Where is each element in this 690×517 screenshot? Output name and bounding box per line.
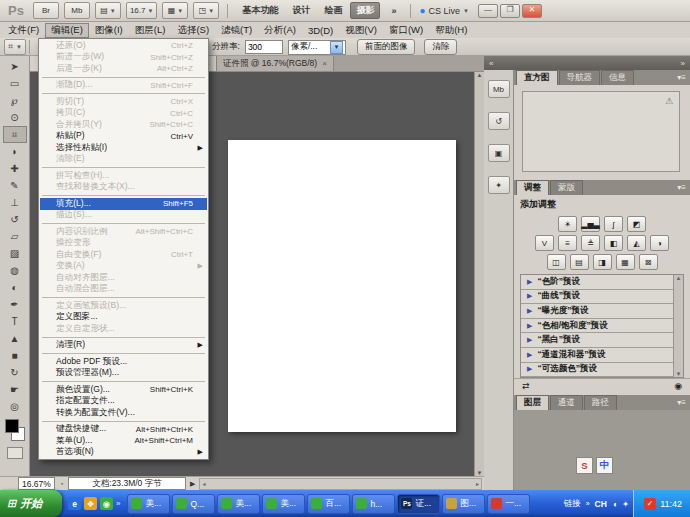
edit-menu-item[interactable]: 查找和替换文本(X)... (40, 182, 207, 194)
resolution-unit-select[interactable]: 像素/... ▼ (288, 40, 346, 55)
hue-saturation-icon[interactable]: ≡ (558, 235, 577, 251)
invert-icon[interactable]: ◫ (547, 254, 566, 270)
ie-icon[interactable]: e (68, 497, 81, 510)
expand-triangle-icon[interactable]: ▶ (527, 336, 532, 344)
edit-menu-item[interactable]: 剪切(T)Ctrl+X (40, 96, 207, 108)
marquee-tool[interactable]: ▭ (3, 75, 27, 92)
eraser-tool[interactable]: ▱ (3, 228, 27, 245)
panel-tab[interactable]: 调整 (516, 180, 549, 195)
edit-menu-item[interactable]: 首选项(N)▶ (40, 447, 207, 459)
expand-triangle-icon[interactable]: ▶ (527, 322, 532, 330)
edit-menu-item[interactable]: 颜色设置(G)...Shift+Ctrl+K (40, 384, 207, 396)
expand-panels-icon[interactable]: » (681, 59, 685, 68)
minimize-button[interactable]: — (478, 4, 498, 18)
preset-group-row[interactable]: ▶“通道混和器”预设 (521, 348, 673, 363)
curves-icon[interactable]: ʃ (604, 216, 623, 232)
panel-tab[interactable]: 导航器 (559, 70, 601, 85)
vertical-scrollbar[interactable]: ▲ ▼ (474, 72, 484, 476)
taskbar-app-button[interactable]: 美... (217, 494, 260, 514)
clear-button[interactable]: 清除 (424, 39, 457, 55)
preset-group-row[interactable]: ▶“黑白”预设 (521, 333, 673, 348)
edit-menu-item[interactable]: 预设管理器(M)... (40, 368, 207, 380)
quick-mask-button[interactable] (7, 447, 23, 459)
taskbar-app-button[interactable]: 美... (127, 494, 170, 514)
zoom-percentage-field[interactable]: 16.67% (18, 477, 55, 490)
black-white-icon[interactable]: ◧ (604, 235, 623, 251)
close-button[interactable]: ✕ (522, 4, 542, 18)
view-extras-button[interactable]: ▤▼ (95, 2, 121, 19)
horizontal-scrollbar[interactable]: ◂ ▸ (199, 478, 482, 490)
language-indicator[interactable]: CH (595, 499, 607, 509)
switch-panel-icon[interactable]: ⇄ (522, 381, 530, 391)
channel-mixer-icon[interactable]: ◑ (650, 235, 669, 251)
panel-menu-icon[interactable]: ▾≡ (677, 183, 686, 192)
panel-tab[interactable]: 图层 (516, 395, 549, 410)
panel-tab[interactable]: 路径 (584, 395, 617, 410)
edit-menu-item[interactable]: 定义图案... (40, 312, 207, 324)
panel-tab[interactable]: 蒙版 (550, 180, 583, 195)
expand-triangle-icon[interactable]: ▶ (527, 278, 532, 286)
shape-tool[interactable]: ■ (3, 347, 27, 364)
edit-menu-item[interactable]: 变换(A)▶ (40, 261, 207, 273)
scroll-up-icon[interactable]: ▲ (676, 275, 682, 281)
taskbar-app-button[interactable]: 百... (307, 494, 350, 514)
edit-menu-item[interactable]: 选择性粘贴(I)▶ (40, 142, 207, 154)
mini-bridge-button[interactable]: Mb (64, 2, 90, 19)
brightness-contrast-icon[interactable]: ☀ (558, 216, 577, 232)
posterize-icon[interactable]: ▤ (570, 254, 589, 270)
zoom-tool[interactable]: ◎ (3, 398, 27, 415)
edit-menu-item[interactable]: 前进一步(W)Shift+Ctrl+Z (40, 52, 207, 64)
workspace-button[interactable]: 设计 (286, 2, 316, 19)
taskbar-app-button[interactable]: Ps证... (397, 494, 440, 514)
healing-brush-tool[interactable]: ✚ (3, 160, 27, 177)
menubar-item[interactable]: 滤镜(T) (215, 23, 258, 38)
layer-comps-panel-icon[interactable]: ▣ (488, 144, 510, 162)
dodge-tool[interactable]: ◐ (3, 279, 27, 296)
expand-triangle-icon[interactable]: ▶ (527, 292, 532, 300)
edit-menu-item[interactable]: 指定配置文件... (40, 396, 207, 408)
edit-menu-item[interactable]: 操控变形 (40, 238, 207, 250)
gradient-map-icon[interactable]: ▦ (616, 254, 635, 270)
exposure-icon[interactable]: ◩ (627, 216, 646, 232)
preset-group-row[interactable]: ▶“可选颜色”预设 (521, 363, 673, 378)
panel-tab[interactable]: 直方图 (516, 70, 558, 85)
preset-group-row[interactable]: ▶“曝光度”预设 (521, 304, 673, 319)
selective-color-icon[interactable]: ⊠ (639, 254, 658, 270)
zoom-level-control[interactable]: 16.7▼ (126, 2, 158, 19)
workspace-button[interactable]: 绘画 (318, 2, 348, 19)
scroll-left-icon[interactable]: ◂ (202, 480, 205, 487)
tray-misc-icon[interactable]: ✦ (622, 499, 629, 509)
panel-tab[interactable]: 通道 (550, 395, 583, 410)
preset-list-scrollbar[interactable]: ▲▼ (673, 275, 683, 377)
taskbar-app-button[interactable]: 一... (487, 494, 530, 514)
edit-menu-item[interactable]: 描边(S)... (40, 210, 207, 222)
brush-tool[interactable]: ✎ (3, 177, 27, 194)
gradient-tool[interactable]: ▨ (3, 245, 27, 262)
edit-menu-item[interactable]: 后退一步(K)Alt+Ctrl+Z (40, 63, 207, 75)
quick-launch-more-icon[interactable]: » (116, 499, 120, 508)
expanded-view-icon[interactable]: ◉ (674, 381, 682, 391)
scroll-right-icon[interactable]: ▸ (476, 480, 479, 487)
menubar-item[interactable]: 图层(L) (129, 23, 172, 38)
preset-group-row[interactable]: ▶“色阶”预设 (521, 275, 673, 290)
clock[interactable]: 11:42 (660, 499, 682, 509)
expand-triangle-icon[interactable]: ▶ (527, 351, 532, 359)
edit-menu-item[interactable]: 定义画笔预设(B)... (40, 300, 207, 312)
taskbar-app-button[interactable]: 图... (442, 494, 485, 514)
expand-triangle-icon[interactable]: ▶ (527, 365, 532, 373)
taskbar-app-button[interactable]: 美... (262, 494, 305, 514)
cs-live-button[interactable]: ● CS Live ▼ (419, 5, 469, 16)
current-tool-badge[interactable]: ⌗ ▼ (4, 39, 26, 55)
workspace-button[interactable]: 摄影 (350, 2, 380, 19)
mini-bridge-panel-icon[interactable]: Mb (488, 80, 510, 98)
edit-menu-item[interactable]: 键盘快捷键...Alt+Shift+Ctrl+K (40, 424, 207, 436)
document-canvas[interactable] (228, 140, 456, 432)
menubar-item[interactable]: 编辑(E) (45, 23, 89, 38)
menubar-item[interactable]: 选择(S) (171, 23, 215, 38)
menubar-item[interactable]: 窗口(W) (383, 23, 429, 38)
menubar-item[interactable]: 3D(D) (302, 24, 339, 37)
language-button[interactable]: 中 (596, 457, 613, 474)
path-selection-tool[interactable]: ▲ (3, 330, 27, 347)
edit-menu-item[interactable]: 渐隐(D)...Shift+Ctrl+F (40, 80, 207, 92)
menubar-item[interactable]: 文件(F) (2, 23, 45, 38)
